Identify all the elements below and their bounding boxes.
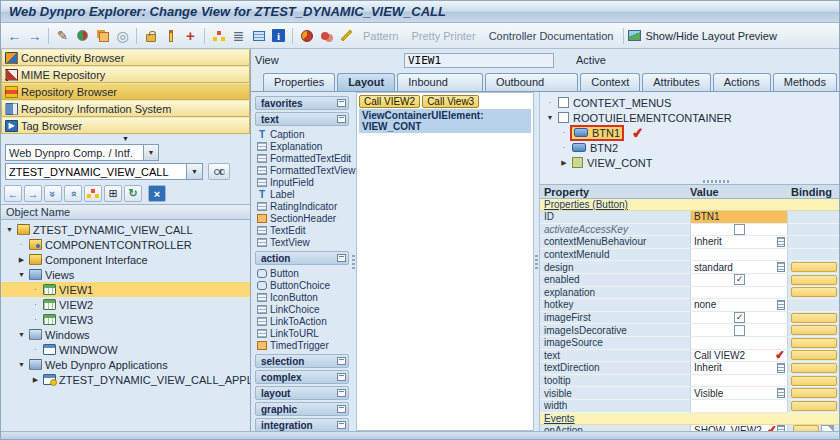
copy-button[interactable]: [93, 26, 112, 45]
layout-canvas[interactable]: Call VIEW2 Call View3 ViewContainerUIEle…: [356, 92, 534, 431]
binding-button[interactable]: [791, 325, 837, 335]
sidebar-item-mime-repository[interactable]: MIME Repository: [1, 66, 250, 83]
canvas-button-btn1[interactable]: Call VIEW2: [359, 95, 420, 108]
chevron-down-icon[interactable]: ▼: [143, 145, 158, 160]
tab-outbound-plugs[interactable]: Outbound Plugs: [485, 73, 578, 91]
checkbox-unchecked[interactable]: [734, 224, 745, 235]
tab-methods[interactable]: Methods: [773, 73, 837, 91]
palette-section-action[interactable]: action: [255, 251, 349, 265]
palette-section-selection[interactable]: selection: [255, 354, 349, 368]
element-btn2[interactable]: · BTN2: [542, 140, 839, 155]
checkbox-checked[interactable]: ✓: [734, 274, 745, 285]
tree-item-windows-folder[interactable]: ▼ Windows: [1, 327, 250, 342]
dropdown-list-icon[interactable]: [777, 300, 785, 310]
expander-closed-icon[interactable]: ▶: [31, 376, 40, 384]
tab-context[interactable]: Context: [580, 73, 640, 91]
palette-item-label[interactable]: TLabel: [257, 188, 349, 200]
expander-open-icon[interactable]: ▼: [546, 114, 554, 121]
binding-button[interactable]: [791, 262, 837, 272]
property-value[interactable]: [690, 400, 787, 413]
expand-section-icon[interactable]: [337, 373, 346, 381]
palette-section-layout[interactable]: layout: [255, 386, 349, 400]
tab-inbound-plugs[interactable]: Inbound Plugs: [397, 73, 483, 91]
dropdown-list-icon[interactable]: [777, 237, 785, 247]
performance-button[interactable]: [297, 26, 316, 45]
tab-properties[interactable]: Properties: [263, 73, 335, 91]
users-button[interactable]: [317, 26, 336, 45]
property-value[interactable]: Inherit: [690, 362, 787, 375]
check-button[interactable]: [161, 26, 180, 45]
tab-attributes[interactable]: Attributes: [642, 73, 710, 91]
checkbox-unchecked[interactable]: [734, 325, 745, 336]
expander-open-icon[interactable]: ▼: [17, 331, 26, 338]
search-help-button[interactable]: [208, 163, 230, 180]
palette-item-formattedtextview[interactable]: FormattedTextView: [257, 164, 349, 176]
property-value[interactable]: [690, 375, 787, 388]
palette-item-inputfield[interactable]: InputField: [257, 176, 349, 188]
tree-item-window[interactable]: · WINDWOW: [1, 342, 250, 357]
sidebar-item-repository-infosystem[interactable]: Repository Information System: [1, 100, 250, 117]
canvas-button-btn2[interactable]: Call View3: [422, 95, 479, 108]
tree-item-view1[interactable]: · VIEW1: [1, 282, 250, 297]
palette-item-linktoaction[interactable]: LinkToAction: [257, 315, 349, 327]
palette-item-linkchoice[interactable]: LinkChoice: [257, 303, 349, 315]
palette-item-ratingindicator[interactable]: RatingIndicator: [257, 200, 349, 212]
expander-closed-icon[interactable]: ▶: [17, 256, 26, 264]
collapse-section-icon[interactable]: [337, 254, 346, 262]
tree-item-views-folder[interactable]: ▼ Views: [1, 267, 250, 282]
create-action-button[interactable]: [821, 425, 834, 431]
property-value[interactable]: SHOW_VIEW2✔: [690, 425, 787, 432]
expander-closed-icon[interactable]: ▶: [560, 159, 568, 167]
navigate-button[interactable]: +: [181, 26, 200, 45]
dropdown-list-icon[interactable]: [777, 425, 785, 431]
element-btn1[interactable]: · BTN1 ✔: [542, 125, 839, 140]
collapse-all-button[interactable]: »: [44, 185, 62, 202]
tree-forward-button[interactable]: →: [24, 185, 42, 202]
palette-item-explanation[interactable]: Explanation: [257, 140, 349, 152]
tree-item-view2[interactable]: · VIEW2: [1, 297, 250, 312]
object-type-select[interactable]: Web Dynpro Comp. / Intf. ▼: [5, 144, 159, 161]
collapse-section-icon[interactable]: [337, 115, 346, 123]
palette-item-caption[interactable]: TCaption: [257, 128, 349, 140]
property-value[interactable]: Inherit: [690, 236, 787, 249]
table-view-button[interactable]: [249, 26, 268, 45]
expand-section-icon[interactable]: [337, 389, 346, 397]
binding-button[interactable]: [791, 350, 837, 360]
tree-item-component[interactable]: ▼ ZTEST_DYNAMIC_VIEW_CALL: [1, 222, 250, 237]
splitter-grip-icon[interactable]: [703, 180, 729, 183]
palette-item-formattedtextedit[interactable]: FormattedTextEdit: [257, 152, 349, 164]
tree-back-button[interactable]: ←: [4, 185, 22, 202]
checkbox-checked[interactable]: ✓: [734, 312, 745, 323]
sidebar-item-tag-browser[interactable]: ▶ Tag Browser: [1, 117, 250, 134]
dropdown-list-icon[interactable]: [777, 388, 785, 398]
palette-section-text[interactable]: text: [255, 112, 349, 126]
property-value[interactable]: BTN1: [690, 211, 787, 224]
view-name-field[interactable]: [404, 53, 554, 68]
palette-item-textedit[interactable]: TextEdit: [257, 224, 349, 236]
palette-item-textview[interactable]: TextView: [257, 236, 349, 248]
dropdown-list-icon[interactable]: [777, 363, 785, 373]
palette-item-linktourl[interactable]: LinkToURL: [257, 327, 349, 339]
add-object-button[interactable]: ⊞: [104, 185, 122, 202]
display-change-button[interactable]: [73, 26, 92, 45]
expander-open-icon[interactable]: ▼: [17, 361, 26, 368]
property-value[interactable]: [690, 287, 787, 300]
palette-section-complex[interactable]: complex: [255, 370, 349, 384]
property-value[interactable]: Call VIEW2✔: [690, 350, 787, 363]
expand-section-icon[interactable]: [337, 357, 346, 365]
controller-documentation-button[interactable]: Controller Documentation: [483, 30, 620, 42]
info-button[interactable]: i: [269, 26, 288, 45]
pattern-button[interactable]: Pattern: [357, 30, 404, 42]
property-value[interactable]: [690, 337, 787, 350]
palette-item-buttonchoice[interactable]: ButtonChoice: [257, 279, 349, 291]
pretty-printer-button[interactable]: Pretty Printer: [405, 30, 481, 42]
view-container-element[interactable]: ViewContainerUIElement: VIEW_CONT: [359, 109, 531, 133]
palette-item-sectionheader[interactable]: SectionHeader: [257, 212, 349, 224]
tree-item-applications-folder[interactable]: ▼ Web Dynpro Applications: [1, 357, 250, 372]
lock-button[interactable]: [141, 26, 160, 45]
panel-collapse-arrow-icon[interactable]: ▼: [1, 134, 250, 143]
display-button[interactable]: ◎: [113, 26, 132, 45]
binding-button[interactable]: [791, 313, 837, 323]
expander-open-icon[interactable]: ▼: [5, 226, 14, 233]
binding-button[interactable]: [791, 388, 837, 398]
